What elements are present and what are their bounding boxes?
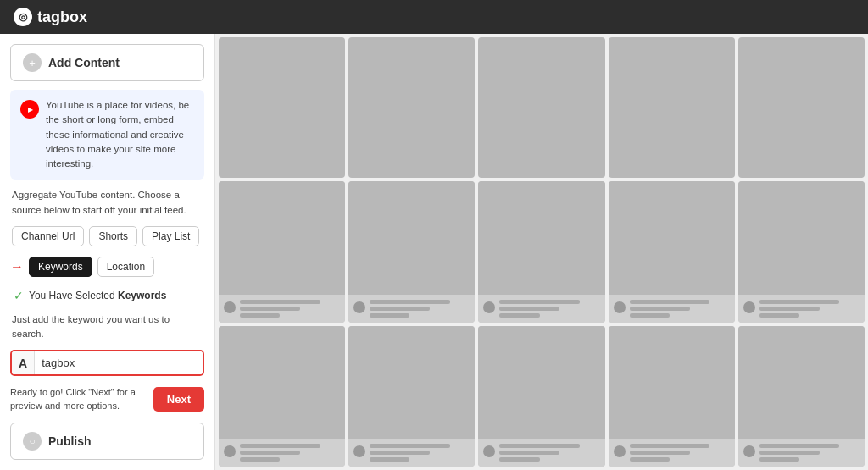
shorts-button[interactable]: Shorts — [89, 226, 137, 246]
video-card — [738, 37, 865, 178]
add-content-icon: + — [23, 53, 42, 72]
video-card — [738, 326, 865, 467]
playlist-button[interactable]: Play List — [142, 226, 199, 246]
add-content-button[interactable]: + Add Content — [10, 44, 204, 81]
app-name: tagbox — [37, 8, 87, 26]
main-layout: + Add Content YouTube is a place for vid… — [0, 34, 868, 470]
channel-url-button[interactable]: Channel Url — [12, 226, 84, 246]
video-card — [609, 37, 735, 178]
publish-section[interactable]: ○ Publish — [10, 423, 204, 460]
video-card — [219, 37, 345, 178]
video-card — [609, 181, 735, 322]
source-buttons-group: Channel Url Shorts Play List — [10, 226, 204, 246]
arrow-icon: → — [10, 259, 24, 274]
aggregate-text: Aggregate YouTube content. Choose a sour… — [10, 188, 204, 218]
video-card — [219, 326, 345, 467]
selected-keywords-text: You Have Selected Keywords — [29, 290, 166, 301]
video-card — [348, 326, 475, 467]
next-button[interactable]: Next — [153, 387, 204, 412]
location-button[interactable]: Location — [97, 257, 154, 277]
check-icon: ✓ — [14, 289, 24, 302]
content-grid — [215, 34, 868, 470]
video-card — [348, 37, 475, 178]
video-card — [478, 181, 604, 322]
publish-icon: ○ — [23, 432, 42, 451]
publish-label: Publish — [48, 434, 92, 448]
video-card — [348, 181, 475, 322]
video-card — [478, 326, 604, 467]
instruction-text: Just add the keyword you want us to sear… — [10, 312, 204, 342]
video-card — [738, 181, 865, 322]
keyword-input[interactable] — [35, 351, 203, 374]
sidebar: + Add Content YouTube is a place for vid… — [0, 34, 215, 470]
youtube-info-box: YouTube is a place for videos, be the sh… — [10, 90, 204, 180]
youtube-info-text: YouTube is a place for videos, be the sh… — [46, 98, 194, 171]
video-card — [609, 326, 735, 467]
youtube-icon — [20, 100, 39, 119]
keyword-input-row: A — [10, 350, 204, 376]
video-card — [478, 37, 604, 178]
keywords-row: → Keywords Location — [10, 255, 204, 279]
selected-keywords-row: ✓ You Have Selected Keywords — [10, 287, 204, 304]
logo-icon: ◎ — [14, 8, 32, 26]
keyword-prefix: A — [12, 351, 35, 375]
next-instruction: Ready to go! Click "Next" for a preview … — [10, 386, 145, 412]
topbar: ◎ tagbox — [0, 0, 868, 34]
logo: ◎ tagbox — [14, 8, 87, 26]
add-content-label: Add Content — [48, 56, 120, 69]
video-card — [219, 181, 345, 322]
keywords-button[interactable]: Keywords — [29, 257, 92, 277]
next-row: Ready to go! Click "Next" for a preview … — [10, 384, 204, 414]
